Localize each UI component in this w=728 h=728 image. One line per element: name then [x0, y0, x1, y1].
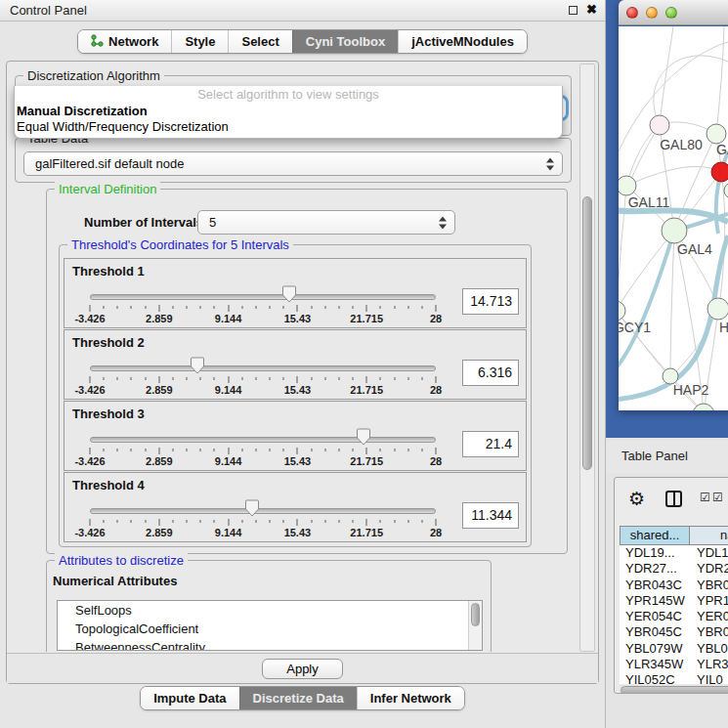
columns-icon[interactable]: [665, 491, 682, 507]
slider-thumb[interactable]: [356, 428, 370, 446]
float-window-icon[interactable]: [569, 6, 578, 15]
section-title: Discretization Algorithm: [23, 68, 164, 83]
table-row[interactable]: YDL19...YDL1: [620, 545, 728, 561]
network-node[interactable]: [707, 298, 728, 320]
scrollbar-thumb[interactable]: [471, 603, 480, 626]
network-node[interactable]: [711, 162, 728, 182]
network-edge[interactable]: [660, 26, 673, 125]
panel-scrollbar[interactable]: [579, 64, 595, 652]
network-edge[interactable]: [716, 26, 724, 134]
tab-network[interactable]: Network: [78, 30, 171, 53]
table-row[interactable]: YER054CYER0: [620, 609, 728, 624]
table-panel: ⚙ ☑ ☑ shared...na YDL19...YDL1YDR27...YD…: [614, 477, 728, 694]
dropdown-option-equal-width-frequency[interactable]: Equal Width/Frequency Discretization: [15, 119, 562, 135]
apply-strip: Apply: [7, 653, 598, 683]
threshold-slider[interactable]: -3.4262.8599.14415.4321.71528: [90, 473, 436, 541]
list-scrollbar[interactable]: [468, 601, 482, 650]
combobox-value: 5: [209, 215, 216, 230]
settings-scroll-area: Discretization Algorithm Table Data galF…: [9, 64, 576, 652]
network-node[interactable]: [707, 124, 726, 144]
numerical-attributes-list: SelfLoopsTopologicalCoefficientBetweenne…: [57, 600, 483, 651]
table-cell: YBR043C: [620, 578, 690, 593]
table-row[interactable]: YPR145WYPR1: [620, 593, 728, 609]
threshold-slider[interactable]: -3.4262.8599.14415.4321.71528: [90, 402, 436, 470]
column-header-1[interactable]: shared...: [620, 526, 690, 545]
tab-label: Infer Network: [370, 691, 451, 706]
threshold-slider[interactable]: -3.4262.8599.14415.4321.71528: [90, 330, 436, 399]
table-row[interactable]: YBR045CYBR0: [620, 624, 728, 640]
close-icon[interactable]: ✖: [586, 2, 597, 17]
network-canvas[interactable]: GAL80GAGAL11GAL4GCY1HHAP2: [619, 26, 728, 410]
checkbox-icon[interactable]: ☑: [700, 491, 710, 504]
network-edge[interactable]: [619, 231, 674, 310]
dropdown-option-manual-discretization[interactable]: Manual Discretization: [15, 104, 562, 119]
slider-tick-labels: -3.4262.8599.14415.4321.71528: [90, 527, 436, 538]
slider-thumb[interactable]: [282, 285, 297, 303]
table-row[interactable]: YDR27...YDR2: [620, 561, 728, 577]
table-cell: YIL052C: [620, 672, 690, 684]
table-data-combobox[interactable]: galFiltered.sif default node: [23, 151, 563, 176]
apply-button[interactable]: Apply: [262, 659, 343, 679]
threshold-value-field[interactable]: 21.4: [462, 431, 519, 457]
table-panel-titlebar: Table Panel: [606, 440, 728, 473]
column-header-2[interactable]: na: [690, 526, 728, 545]
control-panel: Control Panel ✖ Network: [0, 0, 606, 728]
close-traffic-light-icon[interactable]: [626, 7, 638, 19]
bottom-tabbar: Impute Data Discretize Data Infer Networ…: [0, 686, 605, 710]
table-row[interactable]: YBL079WYBL0: [620, 641, 728, 657]
network-node[interactable]: [619, 176, 636, 195]
slider-track: [90, 508, 436, 514]
table-rows: YDL19...YDL1YDR27...YDR2YBR043CYBR0YPR14…: [620, 545, 728, 684]
table-cell: YBR0: [690, 578, 728, 593]
tab-label: Select: [241, 34, 278, 49]
tab-label: Impute Data: [153, 691, 226, 706]
tab-impute-data[interactable]: Impute Data: [141, 687, 238, 709]
attribute-list-item[interactable]: SelfLoops: [58, 601, 482, 620]
section-title: Attributes to discretize: [55, 553, 188, 568]
cyni-mode-tabs: Impute Data Discretize Data Infer Networ…: [140, 686, 465, 710]
attribute-list-item[interactable]: TopologicalCoefficient: [58, 620, 482, 638]
scrollbar-thumb[interactable]: [582, 196, 592, 470]
tab-jactivemnodules[interactable]: jActiveMNodules: [398, 30, 527, 53]
network-node[interactable]: [724, 183, 728, 198]
tab-cyni-toolbox[interactable]: Cyni Toolbox: [292, 30, 398, 53]
num-intervals-label: Number of Intervals: [84, 215, 203, 230]
network-edge-thick[interactable]: [619, 231, 674, 374]
network-node-label: GAL4: [677, 241, 712, 257]
num-intervals-combobox[interactable]: 5: [197, 210, 455, 235]
table-cell: YER0: [690, 609, 728, 624]
table-row[interactable]: YBR043CYBR0: [620, 578, 728, 593]
tab-infer-network[interactable]: Infer Network: [357, 687, 464, 709]
table-h-scrollbar[interactable]: [620, 685, 728, 693]
network-edge[interactable]: [670, 231, 674, 375]
gear-icon[interactable]: ⚙: [628, 488, 645, 510]
threshold-slider[interactable]: -3.4262.8599.14415.4321.71528: [90, 259, 436, 327]
network-node[interactable]: [662, 218, 687, 243]
slider-tick-labels: -3.4262.8599.14415.4321.71528: [90, 313, 436, 324]
section-title: Threshold's Coordinates for 5 Intervals: [67, 237, 293, 252]
tab-style[interactable]: Style: [171, 30, 228, 53]
tab-select[interactable]: Select: [228, 30, 291, 53]
tab-discretize-data[interactable]: Discretize Data: [239, 687, 357, 709]
network-node[interactable]: [619, 301, 625, 321]
network-edge[interactable]: [626, 125, 660, 186]
network-node[interactable]: [650, 115, 669, 135]
slider-ticks: [90, 448, 436, 455]
threshold-value-field[interactable]: 14.713: [462, 288, 519, 315]
table-row[interactable]: YIL052CYIL0: [620, 672, 728, 684]
network-edge[interactable]: [626, 166, 720, 186]
network-edge[interactable]: [619, 186, 626, 310]
network-icon: [91, 34, 104, 50]
checkbox-icon[interactable]: ☑: [712, 491, 723, 504]
threshold-value-field[interactable]: 6.316: [462, 360, 519, 386]
threshold-value-field[interactable]: 11.344: [462, 502, 519, 529]
minimize-traffic-light-icon[interactable]: [646, 7, 658, 19]
network-edge[interactable]: [654, 56, 728, 125]
scrollbar-thumb[interactable]: [621, 686, 728, 693]
table-cell: YLR345W: [620, 657, 690, 672]
zoom-traffic-light-icon[interactable]: [665, 7, 677, 19]
slider-thumb[interactable]: [245, 499, 260, 517]
attribute-list-item[interactable]: BetweennessCentrality: [58, 638, 482, 651]
slider-thumb[interactable]: [190, 357, 204, 374]
table-row[interactable]: YLR345WYLR3: [620, 657, 728, 672]
